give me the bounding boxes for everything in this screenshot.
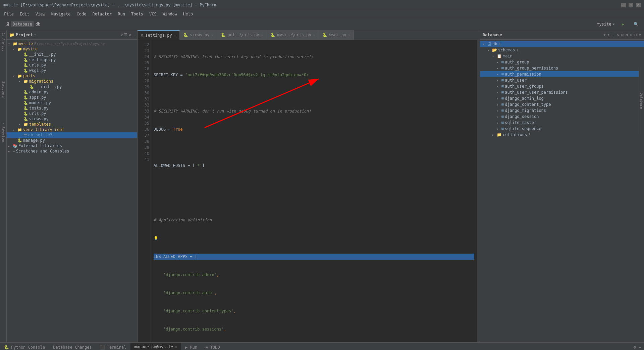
tab-close-views[interactable]: ✕ xyxy=(212,33,214,37)
tree-item-init-py[interactable]: ▸ 🐍 __init__.py xyxy=(7,52,137,57)
menu-item-code[interactable]: Code xyxy=(74,11,89,17)
db-filter-icon[interactable]: ⊟ xyxy=(635,33,637,37)
tree-item-apps-py[interactable]: ▸ 🐍 apps.py xyxy=(7,95,137,100)
menu-item-run[interactable]: Run xyxy=(115,11,128,17)
db-tree-django-session[interactable]: ▸ ⊞ django_session xyxy=(480,114,644,120)
menu-item-navigate[interactable]: Navigate xyxy=(49,11,73,17)
tree-item-mysite-root[interactable]: ▾ 📁 mysite E:\workspace\PycharmProjects\… xyxy=(7,41,137,46)
menu-item-help[interactable]: Help xyxy=(180,11,196,17)
db-edit-icon[interactable]: ✎ xyxy=(617,33,619,37)
tab-mysite-urls-py[interactable]: 🐍 mysite\urls.py ✕ xyxy=(267,30,319,40)
tree-item-urls-py[interactable]: ▸ 🐍 urls.py xyxy=(7,62,137,68)
tree-item-db-sqlite3[interactable]: ▸ 🗃 db.sqlite3 xyxy=(7,132,137,138)
menu-item-refactor[interactable]: Refactor xyxy=(90,11,114,17)
db-settings-icon[interactable]: ⚙ xyxy=(626,33,628,37)
db-tree-collations[interactable]: ▸ 📁 collations 3 xyxy=(480,132,644,138)
tree-item-migrations-folder[interactable]: ▸ 📁 migrations xyxy=(7,79,137,84)
db-tree-auth-user-user-perms[interactable]: ▸ ⊞ auth_user_user_permissions xyxy=(480,89,644,95)
tree-item-settings-py[interactable]: ▸ 🐍 settings.py xyxy=(7,57,137,62)
bottom-minimize-icon[interactable]: — xyxy=(639,345,641,350)
tab-manage-py[interactable]: manage.py@mysite ✕ xyxy=(130,343,181,350)
tree-item-views-py[interactable]: ▸ 🐍 views.py xyxy=(7,116,137,122)
db-tree-auth-user[interactable]: ▸ ⊞ auth_user xyxy=(480,77,644,83)
db-table-icon[interactable]: ⊞ xyxy=(621,33,624,37)
tab-settings-py[interactable]: ⚙ settings.py ✕ xyxy=(138,30,180,40)
project-dropdown-icon[interactable]: ▾ xyxy=(34,33,36,37)
db-tree-schemas[interactable]: ▾ 📂 schemas 1 xyxy=(480,47,644,53)
tree-item-venv-folder[interactable]: ▸ 📁 venv library root xyxy=(7,127,137,132)
maximize-button[interactable]: □ xyxy=(629,3,633,7)
tab-wsgi-py[interactable]: 🐍 wsgi.py ✕ xyxy=(319,30,354,40)
project-icon: 📁 xyxy=(9,33,14,37)
tree-item-admin-py[interactable]: ▸ 🐍 admin.py xyxy=(7,89,137,95)
db-tree-sqlite-master[interactable]: ▸ ⊞ sqlite_master xyxy=(480,120,644,126)
tab-close-polls-urls[interactable]: ✕ xyxy=(261,33,263,37)
code-editor[interactable]: # SECURITY WARNING: keep the secret key … xyxy=(151,40,477,342)
tree-item-polls-folder[interactable]: ▾ 📁 polls xyxy=(7,73,137,79)
db-tools-icon[interactable]: ≡ xyxy=(639,33,641,37)
toolbar-search[interactable]: 🔍 xyxy=(631,21,641,27)
db-tree-auth-permission[interactable]: ▸ ⊞ auth_permission xyxy=(480,71,644,77)
db-tree-django-content-type[interactable]: ▸ ⊞ django_content_type xyxy=(480,101,644,107)
tab-python-console[interactable]: 🐍 Python Console xyxy=(0,343,49,350)
minimize-button[interactable]: — xyxy=(621,3,626,7)
run-toolbar-item[interactable]: ▶ xyxy=(619,21,627,27)
editor-scrollbar[interactable] xyxy=(477,40,480,342)
menu-item-tools[interactable]: Tools xyxy=(128,11,146,17)
project-filter-icon[interactable]: ☰ xyxy=(124,33,127,37)
tree-item-polls-init[interactable]: ▸ 🐍 __init__.py xyxy=(7,84,137,89)
tree-item-templates-folder[interactable]: ▸ 📁 templates xyxy=(7,122,137,127)
db-panel-expand-icon[interactable]: ⊕ xyxy=(630,33,632,37)
editor-tabs: ⚙ settings.py ✕ 🐍 views.py ✕ 🐍 polls\url… xyxy=(138,30,480,40)
tree-item-scratches[interactable]: ▸ ✏ Scratches and Consoles xyxy=(7,148,137,154)
toolbar: 🗄 Database db mysite ▾ ▶ 🔍 xyxy=(0,18,644,30)
db-tree-sqlite-sequence[interactable]: ▸ ⊞ sqlite_sequence xyxy=(480,126,644,132)
project-sidebar-icon[interactable]: 1: Project xyxy=(1,32,6,52)
menu-item-view[interactable]: View xyxy=(33,11,48,17)
tab-database-changes[interactable]: Database Changes xyxy=(49,343,96,350)
favorites-sidebar-icon[interactable]: ★ Favorites xyxy=(1,120,6,144)
menu-item-edit[interactable]: Edit xyxy=(17,11,32,17)
tree-item-manage-py[interactable]: ▸ 🐍 manage.py xyxy=(7,138,137,143)
db-tree-db-root[interactable]: ▾ 🗄 db 1 xyxy=(480,41,644,47)
close-button[interactable]: ✕ xyxy=(636,3,641,7)
structure-sidebar-icon[interactable]: Structure xyxy=(1,80,6,99)
tab-polls-urls-py[interactable]: 🐍 polls\urls.py ✕ xyxy=(217,30,267,40)
tab-views-py[interactable]: 🐍 views.py ✕ xyxy=(180,30,217,40)
tree-item-external-libs[interactable]: ▸ 📚 External Libraries xyxy=(7,143,137,148)
project-gear-icon[interactable]: ⚙ xyxy=(129,33,131,37)
tab-close-settings[interactable]: ✕ xyxy=(174,34,176,37)
menu-item-vcs[interactable]: VCS xyxy=(147,11,159,17)
code-line-25: # SECURITY WARNING: don't run with debug… xyxy=(154,108,474,114)
db-tree-django-migrations[interactable]: ▸ ⊞ django_migrations xyxy=(480,107,644,114)
database-panel-title: Database xyxy=(483,33,502,37)
tree-item-mysite-folder[interactable]: ▾ 📁 mysite xyxy=(7,46,137,52)
menu-item-file[interactable]: File xyxy=(1,11,16,17)
menu-item-window[interactable]: Window xyxy=(160,11,180,17)
db-tree-auth-group[interactable]: ▸ ⊞ auth_group xyxy=(480,59,644,65)
tab-run[interactable]: ▶ Run xyxy=(181,343,201,350)
project-settings-icon[interactable]: ⚙ xyxy=(120,33,123,37)
db-tree-django-admin-log[interactable]: ▸ ⊞ django_admin_log xyxy=(480,95,644,101)
tree-item-tests-py[interactable]: ▸ 🐍 tests.py xyxy=(7,105,137,111)
table-icon: ⊞ xyxy=(501,108,504,113)
tree-item-models-py[interactable]: ▸ 🐍 models.py xyxy=(7,100,137,105)
db-refresh-icon[interactable]: ↻ xyxy=(608,33,610,37)
db-tree-main[interactable]: ▾ 📋 main xyxy=(480,53,644,59)
db-minus-icon[interactable]: − xyxy=(612,33,614,37)
project-close-icon[interactable]: — xyxy=(132,33,135,37)
tab-terminal[interactable]: ⬛ Terminal xyxy=(96,343,130,350)
db-tree-auth-group-perms[interactable]: ▸ ⊞ auth_group_permissions xyxy=(480,65,644,71)
database-tree: ▾ 🗄 db 1 ▾ 📂 schemas 1 ▾ 📋 main xyxy=(480,40,644,342)
tab-close-mysite-urls[interactable]: ✕ xyxy=(313,33,315,37)
db-tree-auth-user-groups[interactable]: ▸ ⊞ auth_user_groups xyxy=(480,83,644,89)
database-side-label[interactable]: Database xyxy=(639,67,644,134)
tree-item-polls-urls-py[interactable]: ▸ 🐍 urls.py xyxy=(7,111,137,116)
tab-todo[interactable]: ≡ TODO xyxy=(201,343,224,350)
bottom-settings-icon[interactable]: ⚙ xyxy=(633,345,636,350)
code-line-27 xyxy=(154,144,474,150)
tree-item-wsgi-py[interactable]: ▸ 🐍 wsgi.py xyxy=(7,68,137,73)
db-add-icon[interactable]: + xyxy=(603,33,606,37)
tab-close-wsgi[interactable]: ✕ xyxy=(348,33,350,37)
tab-close-manage[interactable]: ✕ xyxy=(175,345,177,349)
